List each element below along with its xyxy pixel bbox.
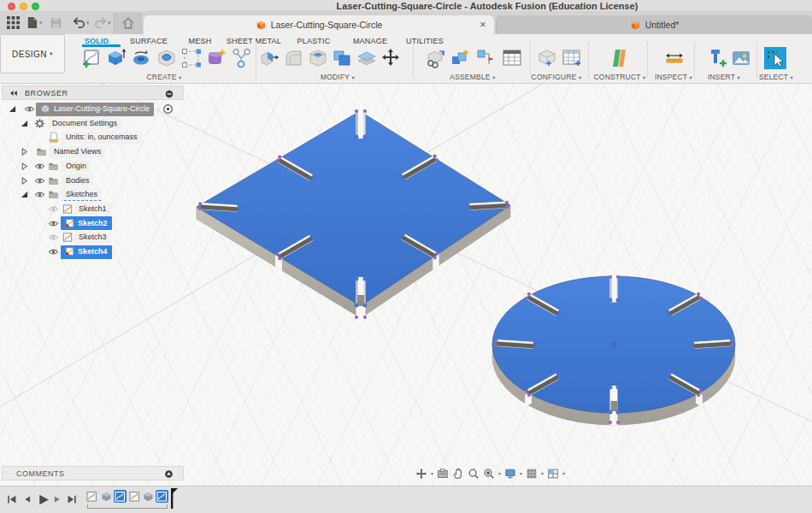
display-settings-dropdown-caret[interactable]: ▾ [520,470,522,476]
browser-row-sketches[interactable]: Sketches [0,188,184,201]
ribbon-tab-utilities[interactable]: UTILITIES [406,37,444,45]
grid-settings-tool[interactable] [526,468,538,480]
hole-tool[interactable] [156,47,178,69]
browser-label-box[interactable]: Units: in, ouncemass [62,131,142,144]
browser-label-box[interactable]: Bodies [62,174,94,187]
browser-row-sketch2[interactable]: Sketch2 [0,217,184,230]
insert-fastener-tool[interactable] [706,47,728,69]
redo-button[interactable] [94,16,107,29]
ribbon-tab-plastic[interactable]: PLASTIC [297,37,331,45]
extrude-tool[interactable] [105,47,127,69]
visibility-eye-icon[interactable] [48,217,59,230]
browser-label-box[interactable]: Sketch3 [74,231,111,244]
measure-tool[interactable] [663,47,685,69]
fit-dropdown-caret[interactable]: ▾ [498,470,501,476]
ribbon-tab-surface[interactable]: SURFACE [130,37,168,45]
timeline-position-marker[interactable] [170,488,179,512]
skip-end-button[interactable] [66,493,78,505]
ribbon-tab-manage[interactable]: MANAGE [353,37,387,45]
visibility-eye-icon[interactable] [34,188,45,201]
browser-label-box[interactable]: Sketches [62,188,102,201]
workspace-selector[interactable]: DESIGN ▾ [0,34,65,74]
expander-expanded-icon[interactable] [21,117,28,130]
orbit-tool[interactable] [415,468,427,480]
browser-label-box[interactable]: Document Settings [48,117,121,130]
browser-options-icon[interactable] [164,89,174,99]
browser-row-laser-cutting-square-circle[interactable]: Laser-Cutting-Square-Circle [0,103,184,115]
look-at-tool[interactable] [437,468,449,480]
redo-caret[interactable]: ▾ [108,20,111,27]
grid-settings-dropdown-caret[interactable]: ▾ [541,470,544,476]
minimize-window-button[interactable] [20,3,27,10]
new-component-tool[interactable] [425,47,447,69]
undo-button[interactable] [73,16,85,29]
visibility-eye-icon[interactable] [48,231,59,244]
home-button[interactable] [114,13,142,34]
ribbon-group-label-modify[interactable]: MODIFY ▾ [321,73,355,81]
display-settings-tool[interactable] [504,468,516,480]
viewport-3d[interactable]: BROWSER Laser-Cutting-Square-CircleDocum… [0,84,812,486]
ribbon-tab-mesh[interactable]: MESH [189,37,212,45]
select-tool[interactable] [762,45,788,71]
timeline-feature-sketch-selected[interactable] [114,490,127,503]
rectangular-pattern-tool[interactable] [180,47,203,69]
browser-label-box[interactable]: Laser-Cutting-Square-Circle [36,103,154,115]
save-button[interactable] [50,16,62,29]
play-button[interactable] [36,492,50,507]
expander-collapsed-icon[interactable] [21,160,28,173]
document-tab-2[interactable]: Untitled* [496,15,812,34]
document-tab-1[interactable]: Laser-Cutting-Square-Circle✕ [144,15,494,34]
apps-grid-button[interactable] [7,16,20,29]
canvas-tool[interactable] [730,47,752,69]
orbit-dropdown-caret[interactable]: ▾ [431,470,433,476]
revolve-tool[interactable] [130,47,152,69]
ribbon-group-label-create[interactable]: CREATE ▾ [146,73,181,81]
activate-component-radio[interactable] [162,103,174,115]
browser-row-origin[interactable]: Origin [0,160,184,173]
browser-row-bodies[interactable]: Bodies [0,174,184,187]
browser-row-document-settings[interactable]: Document Settings [0,117,184,130]
offset-plane-tool[interactable] [609,47,631,69]
ribbon-group-label-inspect[interactable]: INSPECT ▾ [655,73,692,81]
browser-panel-header[interactable]: BROWSER [2,86,184,100]
viewports-tool[interactable] [547,468,559,480]
visibility-eye-icon[interactable] [48,203,59,215]
as-built-joint-tool[interactable] [474,47,497,69]
configuration-table-tool[interactable] [561,47,583,69]
file-caret[interactable]: ▾ [39,20,43,27]
timeline-feature-sketch[interactable] [85,490,98,503]
ribbon-group-label-assemble[interactable]: ASSEMBLE ▾ [450,73,495,81]
collapse-browser-icon[interactable] [9,88,19,98]
step-forward-button[interactable] [51,493,63,505]
comments-expand-icon[interactable] [164,469,174,479]
timeline-feature-extrude[interactable] [142,490,155,503]
visibility-eye-icon[interactable] [34,160,45,173]
browser-label-box[interactable]: Sketch2 [61,217,112,230]
move-copy-tool[interactable] [380,47,402,69]
zoom-window-button[interactable] [32,3,39,10]
visibility-eye-icon[interactable] [24,103,35,115]
fit-tool[interactable] [483,468,495,480]
browser-row-sketch3[interactable]: Sketch3 [0,231,184,244]
pan-tool[interactable] [452,468,464,480]
ribbon-tab-sheet-metal[interactable]: SHEET METAL [227,37,281,45]
ribbon-group-label-insert[interactable]: INSERT ▾ [708,73,740,81]
split-body-tool[interactable] [356,47,378,69]
visibility-eye-icon[interactable] [48,245,59,258]
zoom-tool[interactable] [468,468,480,480]
joint-tool[interactable] [450,47,472,69]
ribbon-group-label-configure[interactable]: CONFIGURE ▾ [532,73,582,81]
browser-row-sketch4[interactable]: Sketch4 [0,245,184,258]
create-sketch-tool[interactable] [80,47,103,69]
step-back-button[interactable] [21,493,33,505]
timeline-feature-sketch-selected[interactable] [156,490,168,503]
viewports-dropdown-caret[interactable]: ▾ [562,470,565,476]
undo-caret[interactable]: ▾ [86,20,90,27]
browser-row-units-in-ouncemass[interactable]: Units: in, ouncemass [0,131,184,144]
browser-label-box[interactable]: Named Views [50,145,105,158]
close-tab-button[interactable]: ✕ [480,20,486,29]
ribbon-group-label-select[interactable]: SELECT ▾ [759,73,793,81]
browser-label-box[interactable]: Sketch1 [74,203,111,215]
create-form-tool[interactable] [205,47,227,69]
expander-collapsed-icon[interactable] [21,174,28,187]
